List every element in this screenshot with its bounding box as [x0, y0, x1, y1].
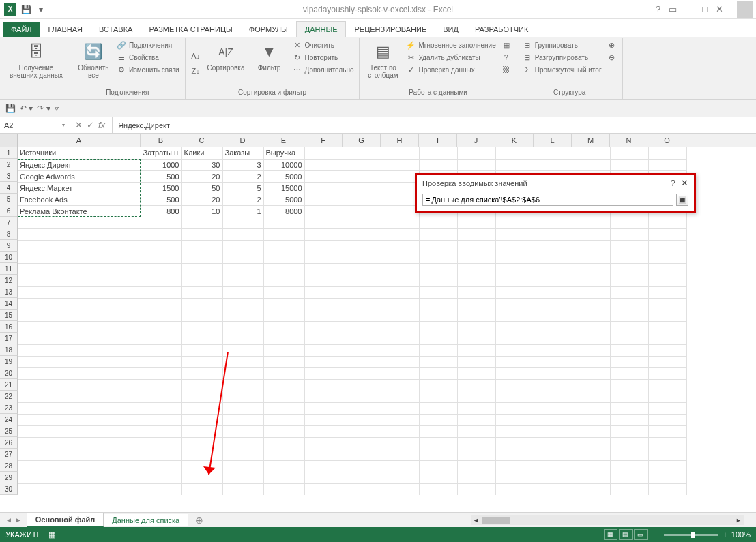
cell[interactable]	[572, 414, 610, 425]
cell[interactable]	[419, 240, 457, 252]
cell[interactable]	[18, 483, 141, 495]
cell[interactable]	[304, 402, 343, 414]
column-header[interactable]: F	[304, 134, 343, 147]
cell[interactable]	[222, 437, 263, 449]
row-header[interactable]: 21	[0, 379, 18, 391]
cell[interactable]	[181, 425, 222, 437]
ungroup-button[interactable]: ⊟Разгруппировать	[521, 52, 603, 63]
cell[interactable]	[495, 414, 534, 425]
row-header[interactable]: 14	[0, 298, 18, 310]
cell[interactable]	[18, 391, 141, 402]
cell[interactable]	[457, 321, 495, 333]
cell[interactable]	[222, 310, 263, 321]
cell[interactable]	[495, 228, 534, 240]
cell[interactable]	[457, 379, 495, 391]
cell[interactable]	[610, 217, 648, 228]
cell[interactable]	[381, 321, 419, 333]
cell[interactable]	[457, 391, 495, 402]
cancel-formula-button[interactable]: ✕	[75, 120, 83, 130]
cell[interactable]	[534, 402, 572, 414]
cell[interactable]: 10000	[263, 159, 304, 170]
cell[interactable]	[343, 228, 381, 240]
cell[interactable]	[304, 379, 343, 391]
cell[interactable]	[141, 460, 181, 472]
row-header[interactable]: 4	[0, 182, 18, 194]
zoom-out-button[interactable]: −	[656, 530, 660, 539]
cell[interactable]	[304, 170, 343, 182]
sort-button[interactable]: A|Z Сортировка	[205, 40, 248, 87]
cell[interactable]: 500	[141, 194, 181, 205]
cell[interactable]	[648, 460, 686, 472]
tab-view[interactable]: ВИД	[435, 22, 467, 37]
row-header[interactable]: 5	[0, 194, 18, 205]
cell[interactable]	[534, 483, 572, 495]
cell[interactable]	[304, 275, 343, 286]
cell[interactable]	[18, 460, 141, 472]
cell[interactable]	[181, 356, 222, 367]
cell[interactable]	[381, 425, 419, 437]
cell[interactable]	[181, 228, 222, 240]
cell[interactable]	[18, 414, 141, 425]
cell[interactable]	[648, 402, 686, 414]
cell[interactable]	[381, 379, 419, 391]
cell[interactable]	[495, 425, 534, 437]
cell[interactable]	[648, 472, 686, 483]
enter-formula-button[interactable]: ✓	[87, 120, 94, 130]
cell[interactable]	[419, 298, 457, 310]
cell[interactable]	[263, 472, 304, 483]
cell[interactable]	[343, 425, 381, 437]
cell[interactable]	[495, 252, 534, 263]
cell[interactable]: 5000	[263, 170, 304, 182]
cell[interactable]	[181, 367, 222, 379]
cell[interactable]: 2	[222, 194, 263, 205]
cell[interactable]	[304, 252, 343, 263]
qat-dropdown-icon[interactable]: ▾	[35, 4, 46, 15]
cell[interactable]: Яндекс.Маркет	[18, 182, 141, 194]
cell[interactable]	[381, 310, 419, 321]
cell[interactable]	[263, 437, 304, 449]
cell[interactable]	[495, 240, 534, 252]
cell[interactable]	[181, 379, 222, 391]
row-header[interactable]: 30	[0, 483, 18, 495]
cell[interactable]	[263, 298, 304, 310]
cell[interactable]	[419, 379, 457, 391]
cell[interactable]	[222, 344, 263, 356]
cell[interactable]	[343, 437, 381, 449]
cell[interactable]	[343, 414, 381, 425]
sheet-nav-prev[interactable]: ◄	[5, 516, 12, 524]
cell[interactable]	[572, 344, 610, 356]
cell[interactable]	[381, 170, 419, 182]
cell[interactable]	[495, 275, 534, 286]
cell[interactable]: Источники	[18, 147, 141, 159]
cell[interactable]	[181, 321, 222, 333]
row-header[interactable]: 17	[0, 333, 18, 344]
cell[interactable]	[263, 425, 304, 437]
cell[interactable]	[648, 344, 686, 356]
help-icon[interactable]: ?	[656, 4, 660, 14]
cell[interactable]	[304, 147, 343, 159]
cell[interactable]	[572, 472, 610, 483]
cell[interactable]	[495, 472, 534, 483]
cell[interactable]	[263, 286, 304, 298]
column-header[interactable]: N	[610, 134, 648, 147]
row-header[interactable]: 22	[0, 391, 18, 402]
cell[interactable]	[648, 367, 686, 379]
cell[interactable]	[343, 240, 381, 252]
cell[interactable]	[263, 460, 304, 472]
cell[interactable]	[181, 414, 222, 425]
cell[interactable]	[263, 263, 304, 275]
cell[interactable]	[381, 182, 419, 194]
cell[interactable]	[18, 298, 141, 310]
cell[interactable]	[263, 449, 304, 460]
cell[interactable]	[572, 460, 610, 472]
cell[interactable]: 8000	[263, 205, 304, 217]
cell[interactable]	[343, 194, 381, 205]
cell[interactable]	[141, 252, 181, 263]
cell[interactable]: 800	[141, 205, 181, 217]
cell[interactable]	[141, 391, 181, 402]
text-to-columns-button[interactable]: ▤ Текст по столбцам	[364, 40, 402, 87]
cell[interactable]	[381, 252, 419, 263]
cell[interactable]	[343, 391, 381, 402]
sheet-tab-main[interactable]: Основной файл	[27, 513, 104, 527]
cell[interactable]	[304, 425, 343, 437]
